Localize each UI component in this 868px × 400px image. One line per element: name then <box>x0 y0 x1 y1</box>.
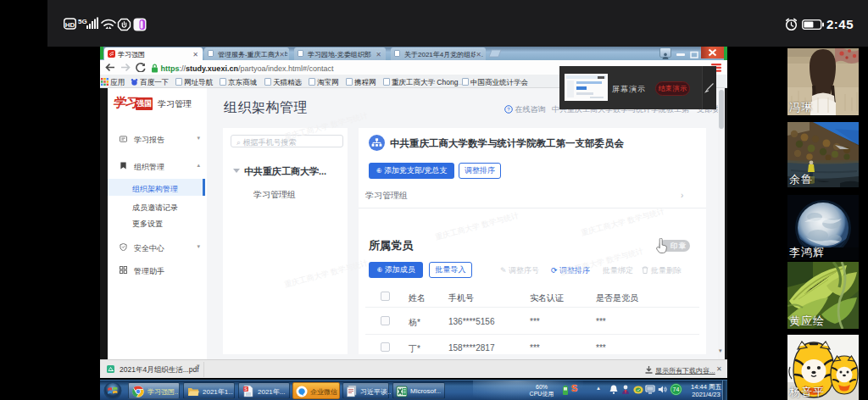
svg-text:HD: HD <box>65 21 75 29</box>
svg-text:74: 74 <box>673 386 680 392</box>
svg-text:?: ? <box>507 107 510 112</box>
svg-text:5G: 5G <box>78 18 87 25</box>
